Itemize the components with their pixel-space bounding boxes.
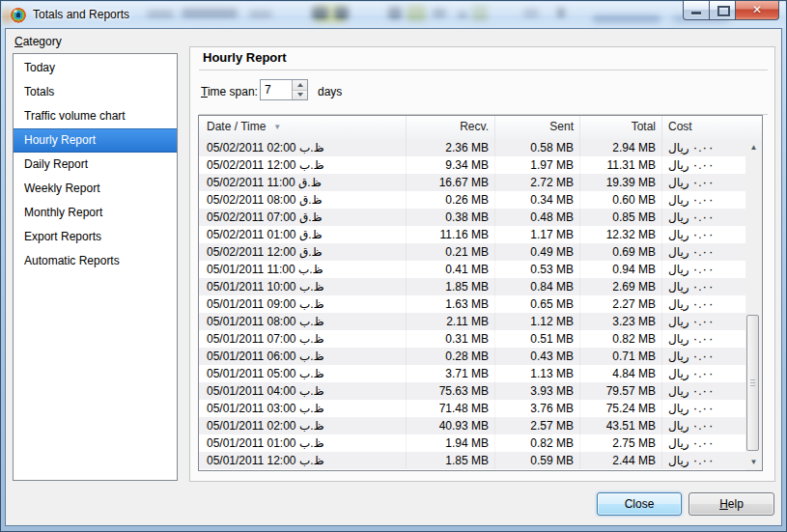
cell-sent: 0.49 MB <box>495 243 580 261</box>
cell-sent: 0.34 MB <box>495 191 580 209</box>
cell-cost: ٠.٠٠ ريال <box>662 365 745 382</box>
table-row[interactable]: 05/02/2011 02:00 ظ.ب 2.36 MB 0.58 MB 2.9… <box>199 139 745 156</box>
maximize-button[interactable] <box>710 1 736 20</box>
sidebar-item[interactable]: Hourly Report <box>14 128 177 153</box>
table-row[interactable]: 05/01/2011 04:00 ظ.ب 75.63 MB 3.93 MB 79… <box>199 382 745 400</box>
blur-blob <box>433 8 446 17</box>
cell-datetime: 05/01/2011 03:00 ظ.ب <box>199 400 407 417</box>
sidebar-item[interactable]: Export Reports <box>14 225 177 249</box>
table-row[interactable]: 05/02/2011 08:00 ظ.ق 0.26 MB 0.34 MB 0.6… <box>199 191 745 209</box>
cell-total: 12.32 MB <box>580 226 662 243</box>
cell-datetime: 05/01/2011 07:00 ظ.ب <box>199 330 407 348</box>
cell-cost: ٠.٠٠ ريال <box>662 226 745 243</box>
cell-datetime: 05/02/2011 01:00 ظ.ق <box>199 226 407 243</box>
sidebar-item[interactable]: Monthly Report <box>14 201 177 225</box>
cell-datetime: 05/02/2011 07:00 ظ.ق <box>199 209 407 226</box>
spinner-buttons <box>292 80 307 99</box>
table-row[interactable]: 05/01/2011 06:00 ظ.ب 0.28 MB 0.43 MB 0.7… <box>199 348 745 365</box>
scroll-down-icon: ▼ <box>750 458 758 466</box>
cell-cost: ٠.٠٠ ريال <box>662 209 745 226</box>
table-row[interactable]: 05/01/2011 10:00 ظ.ب 1.85 MB 0.84 MB 2.6… <box>199 278 745 295</box>
cell-recv: 40.93 MB <box>407 417 495 434</box>
table-row[interactable]: 05/02/2011 12:00 ظ.ق 0.21 MB 0.49 MB 0.6… <box>199 243 745 261</box>
table-row[interactable]: 05/02/2011 07:00 ظ.ق 0.38 MB 0.48 MB 0.8… <box>199 209 745 226</box>
table-row[interactable]: 05/01/2011 08:00 ظ.ب 2.11 MB 1.12 MB 3.2… <box>199 313 745 330</box>
column-header-cost[interactable]: Cost <box>662 116 745 139</box>
cell-recv: 0.21 MB <box>407 243 495 261</box>
cell-datetime: 05/01/2011 08:00 ظ.ب <box>199 313 407 330</box>
cell-recv: 0.38 MB <box>407 209 495 226</box>
column-header-sent[interactable]: Sent <box>495 116 580 139</box>
close-window-button[interactable]: ✕ <box>736 1 779 20</box>
cell-datetime: 05/01/2011 10:00 ظ.ب <box>199 278 407 295</box>
cell-recv: 75.63 MB <box>407 382 495 400</box>
table-row[interactable]: 05/01/2011 01:00 ظ.ب 1.94 MB 0.82 MB 2.7… <box>199 434 745 452</box>
cell-cost: ٠.٠٠ ريال <box>662 261 745 278</box>
cell-sent: 0.65 MB <box>495 295 580 313</box>
sidebar-item-label: Daily Report <box>24 157 88 171</box>
cell-cost: ٠.٠٠ ريال <box>662 434 745 452</box>
column-header-recv[interactable]: Recv. <box>407 116 495 139</box>
sidebar-item-label: Automatic Reports <box>24 254 120 267</box>
sidebar-item[interactable]: Today <box>14 56 177 80</box>
table-row[interactable]: 05/01/2011 07:00 ظ.ب 0.31 MB 0.51 MB 0.8… <box>199 330 745 348</box>
table-row[interactable]: 05/01/2011 12:00 ظ.ب 1.85 MB 0.59 MB 2.4… <box>199 452 745 469</box>
column-header-total[interactable]: Total <box>580 116 662 139</box>
timespan-input[interactable] <box>261 80 292 99</box>
dialog-client-area: Category Today Totals Traffic volume cha… <box>5 28 782 526</box>
cell-datetime: 05/02/2011 11:00 ظ.ق <box>199 174 407 191</box>
table-row[interactable]: 05/01/2011 05:00 ظ.ب 3.71 MB 1.13 MB 4.8… <box>199 365 745 382</box>
table-row[interactable]: 05/01/2011 03:00 ظ.ب 71.48 MB 3.76 MB 75… <box>199 400 745 417</box>
table-row[interactable]: 05/01/2011 09:00 ظ.ب 1.63 MB 0.65 MB 2.2… <box>199 295 745 313</box>
table-row[interactable]: 05/01/2011 11:00 ظ.ب 0.41 MB 0.53 MB 0.9… <box>199 261 745 278</box>
sidebar-item[interactable]: Weekly Report <box>14 177 177 201</box>
spin-up-button[interactable] <box>293 80 307 91</box>
sidebar-item[interactable]: Automatic Reports <box>14 249 177 273</box>
cell-total: 2.75 MB <box>580 434 662 452</box>
scroll-down-button[interactable]: ▼ <box>745 454 762 470</box>
scroll-up-button[interactable]: ▲ <box>745 139 762 155</box>
category-listbox: Today Totals Traffic volume chart Hourly… <box>13 53 178 481</box>
timespan-label: Time span: <box>201 85 258 98</box>
cell-datetime: 05/01/2011 02:00 ظ.ب <box>199 417 407 434</box>
column-header-datetime[interactable]: Date / Time▼ <box>199 116 407 139</box>
spin-down-button[interactable] <box>293 91 307 100</box>
cell-total: 2.69 MB <box>580 278 662 295</box>
cell-recv: 0.28 MB <box>407 348 495 365</box>
dialog-window: Totals and Reports ✕ Category Today Tota… <box>0 0 787 532</box>
cell-cost: ٠.٠٠ ريال <box>662 452 745 469</box>
cell-total: 2.94 MB <box>580 139 662 156</box>
help-button[interactable]: Help <box>689 492 774 516</box>
vertical-scrollbar[interactable]: ▲ ▼ <box>745 139 762 470</box>
sort-desc-icon: ▼ <box>273 116 281 138</box>
minimize-button[interactable] <box>683 1 710 20</box>
category-label: Category <box>14 35 62 48</box>
close-button[interactable]: Close <box>597 492 682 516</box>
cell-sent: 0.58 MB <box>495 139 580 156</box>
page-title: Hourly Report <box>203 50 287 65</box>
cell-total: 43.51 MB <box>580 417 662 434</box>
cell-total: 19.39 MB <box>580 174 662 191</box>
table-row[interactable]: 05/02/2011 01:00 ظ.ق 11.16 MB 1.17 MB 12… <box>199 226 745 243</box>
cell-recv: 3.71 MB <box>407 365 495 382</box>
sidebar-item[interactable]: Totals <box>14 80 177 104</box>
table-body: 05/02/2011 02:00 ظ.ب 2.36 MB 0.58 MB 2.9… <box>199 139 745 469</box>
table-row[interactable]: 05/01/2011 02:00 ظ.ب 40.93 MB 2.57 MB 43… <box>199 417 745 434</box>
sidebar-item[interactable]: Traffic volume chart <box>14 104 177 128</box>
blur-blob <box>523 8 539 17</box>
close-window-icon: ✕ <box>736 1 778 18</box>
table-row[interactable]: 05/02/2011 11:00 ظ.ق 16.67 MB 2.72 MB 19… <box>199 174 745 191</box>
sidebar-item-label: Monthly Report <box>24 206 102 219</box>
cell-total: 0.60 MB <box>580 191 662 209</box>
maximize-icon <box>717 6 730 16</box>
blur-blob <box>182 8 238 17</box>
table-row[interactable]: 05/02/2011 12:00 ظ.ب 9.34 MB 1.97 MB 11.… <box>199 156 745 174</box>
cell-sent: 0.51 MB <box>495 330 580 348</box>
cell-cost: ٠.٠٠ ريال <box>662 400 745 417</box>
cell-total: 2.44 MB <box>580 452 662 469</box>
titlebar[interactable]: Totals and Reports <box>2 2 785 28</box>
scrollbar-thumb[interactable] <box>746 315 759 451</box>
sidebar-item[interactable]: Daily Report <box>14 153 177 177</box>
cell-total: 0.69 MB <box>580 243 662 261</box>
timespan-spinbox <box>260 79 308 100</box>
